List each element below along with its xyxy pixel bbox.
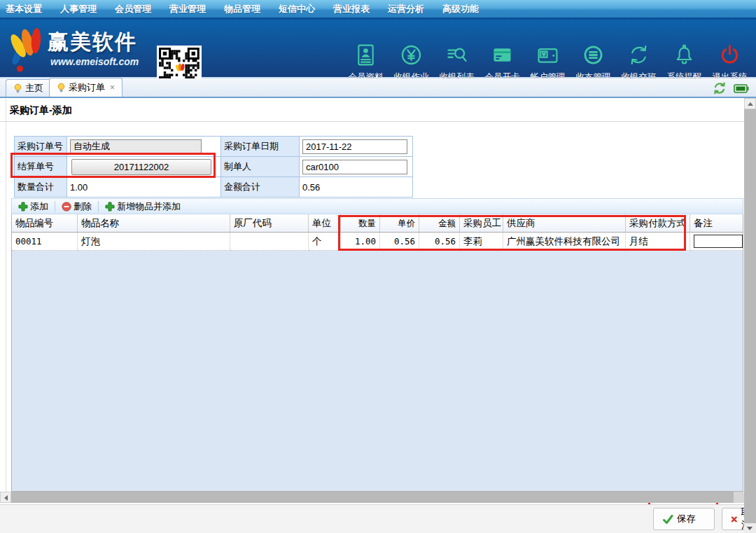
refresh-tabs-icon[interactable] (713, 81, 727, 95)
menu-advanced-features[interactable]: 高级功能 (442, 3, 479, 15)
vertical-scrollbar[interactable] (744, 98, 756, 523)
cashier-list-icon (444, 42, 470, 68)
income-expense-icon (580, 42, 606, 68)
col-payment[interactable]: 采购付款方式 (626, 214, 690, 232)
save-button[interactable]: 保存 (653, 508, 715, 530)
delete-row-button[interactable]: 删除 (55, 199, 98, 214)
battery-icon[interactable] (734, 83, 749, 94)
form-row-settle-no: 结算单号 20171122002 制单人 (15, 157, 413, 177)
order-form: 采购订单号 采购订单日期 结算单号 20171122002 制单人 数量合计 1… (14, 136, 413, 198)
col-unit-price[interactable]: 单价 (380, 214, 419, 232)
col-factory-code[interactable]: 原厂代码 (230, 214, 309, 232)
col-amount[interactable]: 金额 (419, 214, 460, 232)
grid-data-row[interactable]: 00011 灯泡 个 1.00 0.56 0.56 李莉 广州赢美软件科技有限公… (12, 233, 743, 251)
order-date-label: 采购订单日期 (221, 137, 300, 157)
save-label: 保存 (677, 513, 696, 525)
tab-close-icon[interactable]: × (110, 83, 115, 92)
cell-qty: 1.00 (341, 233, 380, 251)
shift-refresh-icon (626, 42, 652, 68)
scroll-down-button[interactable] (744, 523, 756, 533)
cell-amount: 0.56 (419, 233, 460, 251)
cell-unit: 个 (309, 233, 341, 251)
tab-home[interactable]: 主页 (6, 79, 51, 97)
footer-bar: 保存 取消 (0, 504, 756, 533)
form-row-order-no: 采购订单号 采购订单日期 (15, 137, 413, 157)
content-panel-edge (6, 99, 6, 492)
brand-logo-icon (6, 24, 46, 73)
check-icon (662, 514, 673, 525)
add-new-item-label: 新增物品并添加 (117, 200, 181, 213)
order-no-label: 采购订单号 (15, 137, 67, 157)
tab-home-label: 主页 (25, 82, 43, 95)
maker-input[interactable] (302, 160, 407, 174)
col-remark[interactable]: 备注 (690, 214, 743, 232)
arrow-up-icon (748, 102, 753, 106)
form-row-totals: 数量合计 1.00 金额合计 0.56 (15, 177, 413, 198)
brand-website: www.emeisoft.com (50, 56, 139, 67)
add-new-item-button[interactable]: 新增物品并添加 (99, 199, 187, 214)
grid-toolbar: 添加 删除 新增物品并添加 (11, 198, 743, 214)
col-supplier[interactable]: 供应商 (503, 214, 626, 232)
remark-input[interactable] (694, 235, 743, 248)
delete-row-label: 删除 (74, 200, 92, 213)
scroll-left-button[interactable] (0, 492, 11, 503)
scroll-up-button[interactable] (744, 98, 756, 109)
grid-header-row: 物品编号 物品名称 原厂代码 单位 数量 单价 金额 采购员工 供应商 采购付款… (12, 214, 743, 233)
col-item-code[interactable]: 物品编号 (12, 214, 78, 232)
col-item-name[interactable]: 物品名称 (78, 214, 230, 232)
arrow-left-icon (4, 495, 8, 501)
application-window: 基本设置 人事管理 会员管理 营业管理 物品管理 短信中心 营业报表 运营分析 … (0, 0, 756, 533)
power-icon (717, 42, 743, 68)
settle-no-label: 结算单号 (15, 157, 67, 177)
arrow-down-icon (747, 527, 752, 530)
vertical-scroll-thumb[interactable] (744, 109, 756, 523)
menu-operation-analysis[interactable]: 运营分析 (388, 3, 424, 15)
plus-icon (18, 202, 28, 212)
cell-payment: 月结 (626, 233, 690, 251)
main-menu-bar: 基本设置 人事管理 会员管理 营业管理 物品管理 短信中心 营业报表 运营分析 … (0, 0, 756, 20)
menu-basic-settings[interactable]: 基本设置 (6, 3, 42, 15)
settle-no-button[interactable]: 20171122002 (71, 159, 211, 175)
wallet-icon (535, 42, 561, 68)
order-date-input[interactable] (302, 139, 407, 154)
tab-tools (713, 81, 749, 95)
amount-total-label: 金额合计 (221, 177, 300, 198)
menu-sms-center[interactable]: 短信中心 (279, 3, 315, 15)
brand-name: 赢美软件 (48, 28, 137, 57)
member-profile-icon (353, 42, 379, 68)
menu-member-management[interactable]: 会员管理 (115, 3, 151, 15)
minus-icon (62, 202, 71, 212)
menu-hr-management[interactable]: 人事管理 (60, 3, 97, 15)
add-row-button[interactable]: 添加 (12, 199, 55, 214)
col-unit[interactable]: 单位 (309, 214, 341, 232)
plus-icon (105, 202, 115, 212)
cell-factory-code (230, 233, 309, 251)
x-icon (731, 514, 738, 525)
bulb-icon (13, 83, 22, 94)
menu-business-reports[interactable]: 营业报表 (333, 3, 370, 15)
cell-supplier: 广州赢美软件科技有限公司 (503, 233, 626, 251)
tab-strip: 主页 采购订单 × (0, 78, 756, 98)
items-grid: 物品编号 物品名称 原厂代码 单位 数量 单价 金额 采购员工 供应商 采购付款… (11, 214, 743, 492)
cell-item-code: 00011 (12, 233, 78, 251)
menu-business-management[interactable]: 营业管理 (169, 3, 206, 15)
cell-buyer: 李莉 (460, 233, 503, 251)
col-buyer[interactable]: 采购员工 (460, 214, 503, 232)
tab-purchase-order[interactable]: 采购订单 × (49, 78, 122, 97)
cell-item-name: 灯泡 (78, 233, 230, 251)
col-qty[interactable]: 数量 (341, 214, 380, 232)
cell-remark (690, 233, 743, 251)
add-row-label: 添加 (30, 200, 48, 213)
horizontal-scroll-thumb[interactable] (11, 492, 734, 503)
tab-purchase-order-label: 采购订单 (69, 81, 105, 94)
horizontal-scrollbar[interactable] (0, 492, 744, 503)
qty-total-label: 数量合计 (15, 177, 67, 198)
qty-total-value: 1.00 (67, 177, 221, 198)
menu-item-management[interactable]: 物品管理 (224, 3, 260, 15)
bulb-icon (57, 83, 66, 93)
amount-total-value: 0.56 (300, 177, 413, 198)
bell-icon (671, 42, 697, 68)
cell-unit-price: 0.56 (380, 233, 419, 251)
maker-label: 制单人 (221, 157, 300, 177)
order-no-input[interactable] (70, 139, 202, 154)
